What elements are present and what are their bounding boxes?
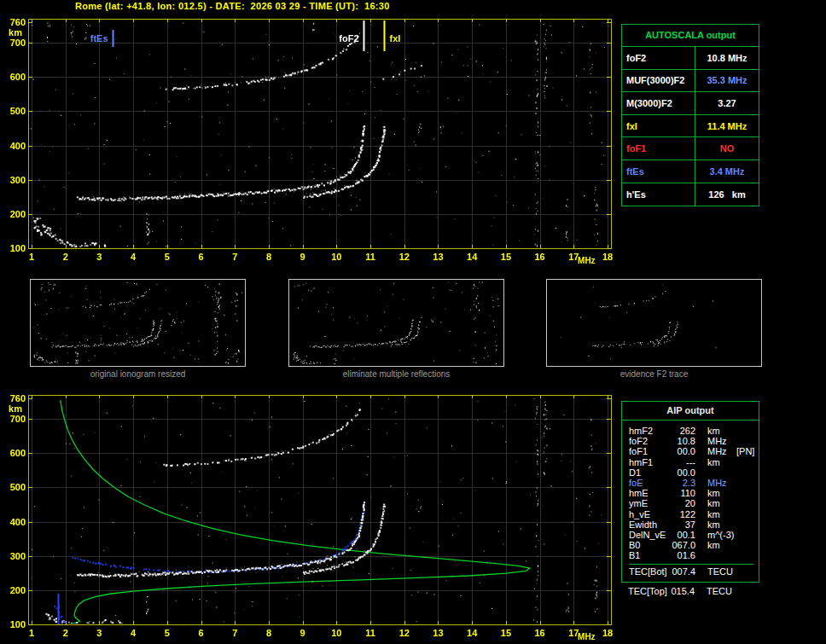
- parameter-name: Ewidth: [629, 519, 672, 530]
- aip-table-row: B0067.0km: [629, 540, 759, 550]
- parameter-value: 37: [672, 519, 695, 530]
- thumbnail-caption: original ionogram resized: [30, 369, 246, 379]
- parameter-value: 3.4 MHz: [695, 166, 759, 177]
- aip-output-table: AIP output hmF2262kmfoF210.8MHzfoF100.0M…: [621, 401, 759, 583]
- parameter-unit: MHz: [695, 446, 733, 456]
- aip-table-row: foF100.0MHz[PN]: [629, 446, 759, 456]
- parameter-name: B0: [629, 540, 672, 550]
- parameter-unit: km: [695, 498, 733, 508]
- parameter-flag: [733, 566, 753, 577]
- parameter-unit: km: [695, 457, 733, 467]
- parameter-flag: [733, 436, 759, 446]
- aip-table-row: DelN_vE00.1m^(-3): [629, 530, 759, 540]
- aip-table-row: TEC[Top]015.4TECU: [628, 586, 759, 596]
- parameter-value: 262: [672, 426, 695, 436]
- parameter-name: hmF1: [629, 457, 672, 467]
- parameter-value: 015.4: [671, 586, 695, 596]
- parameter-name: TEC[Bot]: [629, 566, 672, 577]
- parameter-name: ftEs: [622, 160, 695, 183]
- parameter-value: 3.27: [695, 98, 759, 108]
- parameter-unit: km: [695, 540, 733, 550]
- aip-table-row: hmF2262km: [629, 426, 759, 436]
- parameter-name: DelN_vE: [629, 530, 672, 540]
- parameter-name: hmE: [629, 488, 672, 498]
- parameter-name: hmF2: [629, 426, 672, 436]
- parameter-value: 20: [672, 498, 695, 508]
- parameter-unit: TECU: [695, 566, 733, 577]
- parameter-unit: km: [695, 519, 733, 530]
- parameter-name: foF2: [622, 47, 695, 69]
- parameter-name: ymE: [629, 498, 672, 508]
- autoscala-output-table: AUTOSCALA output foF210.8 MHzMUF(3000)F2…: [621, 24, 759, 206]
- parameter-value: 10.8: [672, 436, 695, 446]
- parameter-unit: m^(-3): [695, 530, 733, 540]
- autoscala-table-row: ftEs3.4 MHz: [622, 160, 759, 183]
- aip-table-row: B101.6: [629, 550, 759, 560]
- autoscala-application-window: { "header": { "title": "Rome (lat: +41.8…: [0, 0, 826, 644]
- parameter-name: h'Es: [622, 183, 695, 206]
- parameter-unit: km: [695, 509, 733, 519]
- parameter-flag: [733, 478, 759, 488]
- aip-table-row: hmF1---km: [629, 457, 759, 467]
- parameter-value: 11.4 MHz: [695, 121, 759, 131]
- aip-table-title: AIP output: [622, 402, 759, 421]
- parameter-name: MUF(3000)F2: [622, 70, 695, 92]
- parameter-flag: [733, 519, 759, 530]
- parameter-name: foE: [629, 478, 672, 488]
- parameter-unit: TECU: [695, 586, 732, 596]
- aip-table-rows: hmF2262kmfoF210.8MHzfoF100.0MHz[PN]hmF1-…: [622, 421, 759, 577]
- parameter-unit: km: [695, 426, 733, 436]
- parameter-value: 2.3: [672, 478, 695, 488]
- parameter-value: 00.1: [672, 530, 695, 540]
- parameter-value: 007.4: [672, 566, 695, 577]
- aip-table-row: Ewidth37km: [629, 519, 759, 530]
- autoscala-table-row: h'Es126 km: [622, 183, 759, 206]
- parameter-name: foF2: [629, 436, 672, 446]
- parameter-flag: [733, 467, 759, 478]
- parameter-name: fxI: [622, 115, 695, 137]
- parameter-name: M(3000)F2: [622, 92, 695, 114]
- parameter-value: 122: [672, 509, 695, 519]
- parameter-flag: [733, 509, 759, 519]
- parameter-flag: [733, 426, 759, 436]
- autoscala-table-row: M(3000)F23.27: [622, 92, 759, 115]
- parameter-name: foF1: [622, 137, 695, 160]
- aip-table-row: h_vE122km: [629, 509, 759, 519]
- bottom-ionogram-panel: [0, 388, 618, 644]
- parameter-name: h_vE: [629, 509, 672, 519]
- parameter-name: B1: [629, 550, 672, 560]
- aip-table-footer: TEC[Top]015.4TECU: [621, 586, 759, 596]
- parameter-flag: [732, 586, 759, 596]
- thumbnail-canvas-multiples: [288, 279, 504, 367]
- aip-table-row: ymE20km: [629, 498, 759, 508]
- thumbnail-original-ionogram: [30, 279, 246, 367]
- thumbnail-caption: eliminate multiple reflections: [288, 369, 504, 379]
- autoscala-table-title: AUTOSCALA output: [622, 25, 759, 47]
- parameter-flag: [733, 530, 759, 540]
- autoscala-table-row: foF1NO: [622, 137, 759, 160]
- autoscala-table-row: MUF(3000)F235.3 MHz: [622, 70, 759, 93]
- parameter-unit: [695, 550, 733, 560]
- station-header: Rome (lat: +41.8, lon: 012.5) - DATE: 20…: [75, 1, 390, 11]
- parameter-name: foF1: [629, 446, 672, 456]
- thumbnail-canvas-f2: [546, 279, 762, 367]
- parameter-value: 01.6: [672, 550, 695, 560]
- parameter-flag: [733, 488, 759, 498]
- parameter-value: 110: [672, 488, 695, 498]
- parameter-value: 35.3 MHz: [695, 75, 759, 85]
- top-ionogram-panel: [0, 12, 618, 271]
- autoscala-table-row: fxI11.4 MHz: [622, 115, 759, 138]
- aip-table-row: D100.0: [629, 467, 759, 478]
- parameter-flag: [PN]: [733, 446, 759, 456]
- autoscala-table-rows: foF210.8 MHzMUF(3000)F235.3 MHzM(3000)F2…: [622, 47, 759, 206]
- parameter-value: ---: [672, 457, 695, 467]
- top-ionogram-canvas: [0, 12, 618, 271]
- parameter-value: NO: [695, 143, 759, 154]
- parameter-unit: km: [695, 488, 733, 498]
- autoscala-table-row: foF210.8 MHz: [622, 47, 759, 70]
- aip-table-row: foE2.3MHz: [629, 478, 759, 488]
- parameter-name: TEC[Top]: [628, 586, 671, 596]
- thumbnail-multiple-reflections: [288, 279, 504, 367]
- parameter-name: D1: [629, 467, 672, 478]
- thumbnail-f2-trace: [546, 279, 762, 367]
